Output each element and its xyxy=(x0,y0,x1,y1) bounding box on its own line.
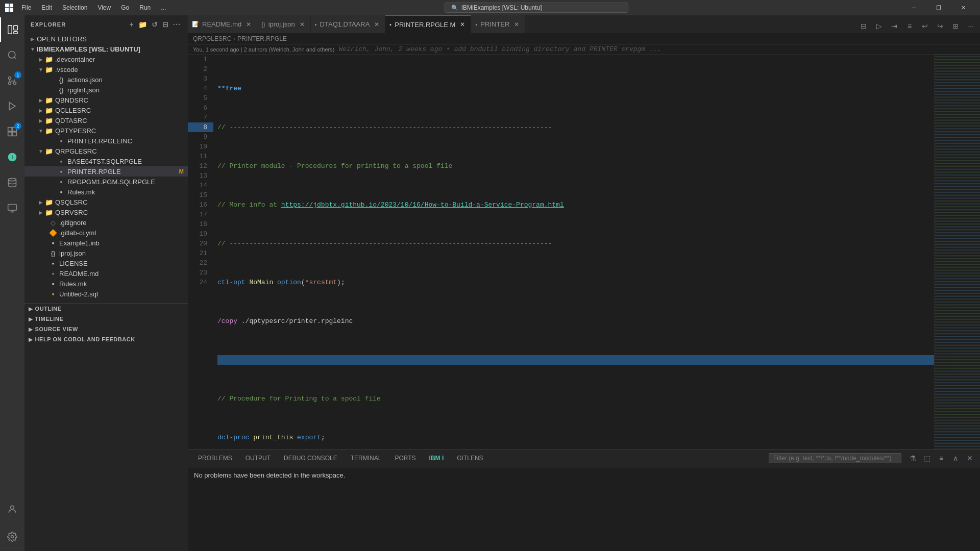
remote-icon[interactable] xyxy=(0,196,24,220)
panel-tabs: PROBLEMS OUTPUT DEBUG CONSOLE TERMINAL P… xyxy=(188,449,980,467)
collapse-all-icon[interactable]: ⊟ xyxy=(161,19,170,30)
code-text-4b[interactable]: https://jdbbtx.github.io/2023/10/16/How-… xyxy=(281,200,564,210)
more-tab-actions-icon[interactable]: ··· xyxy=(964,19,978,33)
panel-tab-output[interactable]: OUTPUT xyxy=(239,453,277,464)
close-button[interactable]: ✕ xyxy=(951,0,975,15)
menu-edit[interactable]: Edit xyxy=(37,3,56,12)
sidebar-item-qcllesrc[interactable]: ▶ 📁 QCLLESRC xyxy=(24,105,188,115)
panel-tab-debug-console[interactable]: DEBUG CONSOLE xyxy=(278,453,344,464)
explorer-icon[interactable] xyxy=(0,17,24,42)
sidebar-item-actions-json[interactable]: {} actions.json xyxy=(24,74,188,85)
menu-go[interactable]: Go xyxy=(117,3,133,12)
sidebar-item-readme[interactable]: ▪ README.md xyxy=(24,268,188,279)
source-control-icon[interactable]: 1 xyxy=(0,68,24,93)
tab-printer2[interactable]: ▪ PRINTER ✕ xyxy=(471,15,525,33)
sidebar-item-printer-rpgle[interactable]: ▪ PRINTER.RPGLE M xyxy=(24,166,188,177)
sidebar-item-vscode[interactable]: ▼ 📁 .vscode xyxy=(24,64,188,74)
sidebar-item-gitlab-ci[interactable]: 🔶 .gitlab-ci.yml xyxy=(24,228,188,238)
panel-tab-ibmi[interactable]: IBM I xyxy=(423,453,450,464)
sidebar-item-qbndsrc[interactable]: ▶ 📁 QBNDSRC xyxy=(24,95,188,105)
sidebar-item-iproj[interactable]: {} iproj.json xyxy=(24,248,188,258)
split-editor-icon[interactable]: ⊟ xyxy=(856,19,871,33)
sidebar-item-rules-mk-qrpglesrc[interactable]: ▪ Rules.mk xyxy=(24,187,188,197)
tab-iproj[interactable]: {} iproj.json ✕ xyxy=(257,15,310,33)
sidebar-item-timeline[interactable]: ▶ TIMELINE xyxy=(24,314,188,324)
settings-icon[interactable] xyxy=(0,524,24,549)
sidebar-item-printer-rpgleinc[interactable]: ▪ PRINTER.RPGLEINC xyxy=(24,136,188,146)
tab-dtaq1[interactable]: ▪ DTAQ1.DTAARA ✕ xyxy=(311,15,386,33)
debug-run-icon[interactable]: ⇥ xyxy=(887,19,901,33)
maximize-button[interactable]: ❐ xyxy=(927,0,950,15)
panel-tab-terminal[interactable]: TERMINAL xyxy=(345,453,388,464)
account-icon[interactable] xyxy=(0,497,24,521)
sidebar-item-open-editors[interactable]: ▶ OPEN EDITORS xyxy=(24,34,188,44)
sidebar-item-rules-mk[interactable]: ▪ Rules.mk xyxy=(24,279,188,289)
more-actions-icon[interactable]: ··· xyxy=(172,19,182,30)
code-content[interactable]: **free // ------------------------------… xyxy=(213,55,934,449)
code-editor[interactable]: 1 2 3 4 5 6 7 8 9 10 11 12 13 14 15 16 1 xyxy=(188,55,980,449)
play-icon[interactable]: ▷ xyxy=(872,19,886,33)
line-num-4: 4 xyxy=(188,84,213,93)
sidebar-item-devcontainer[interactable]: ▶ 📁 .devcontainer xyxy=(24,54,188,64)
sidebar-item-qdtasrc[interactable]: ▶ 📁 QDTASRC xyxy=(24,115,188,126)
extensions-icon[interactable]: 2 xyxy=(0,119,24,144)
iproj-tab-close[interactable]: ✕ xyxy=(298,20,306,29)
diff-icon[interactable]: ⊞ xyxy=(948,19,963,33)
readme-tab-close[interactable]: ✕ xyxy=(244,20,253,29)
sidebar-item-qsqlsrc[interactable]: ▶ 📁 QSQLSRC xyxy=(24,197,188,207)
tab-readme[interactable]: 📝 README.md ✕ xyxy=(188,15,257,33)
wrap-icon[interactable]: ⬚ xyxy=(921,452,933,464)
menu-view[interactable]: View xyxy=(93,3,115,12)
sidebar-item-untitled-sql[interactable]: ▪ Untitled-2.sql xyxy=(24,289,188,299)
sidebar-item-license[interactable]: ▪ LICENSE xyxy=(24,258,188,268)
sidebar-item-rpglint[interactable]: {} rpglint.json xyxy=(24,85,188,95)
sidebar-item-root[interactable]: ▼ IBMIEXAMPLES [WSL: UBUNTU] xyxy=(24,44,188,54)
sidebar-item-qrpglesrc[interactable]: ▼ 📁 QRPGLESRC xyxy=(24,146,188,156)
menu-selection[interactable]: Selection xyxy=(58,3,91,12)
breadcrumb-printer-rpgle[interactable]: PRINTER.RPGLE xyxy=(237,35,287,42)
sidebar-item-example1[interactable]: ▪ Example1.inb xyxy=(24,238,188,248)
list-icon[interactable]: ≡ xyxy=(935,452,947,464)
title-search-box[interactable]: 🔍 IBMiExamples [WSL: Ubuntu] xyxy=(445,3,628,13)
minimize-button[interactable]: ─ xyxy=(902,0,926,15)
sidebar-content: ▶ OPEN EDITORS ▼ IBMIEXAMPLES [WSL: UBUN… xyxy=(24,34,188,551)
sidebar-item-source-view[interactable]: ▶ SOURCE VIEW xyxy=(24,324,188,334)
new-folder-icon[interactable]: 📁 xyxy=(137,19,149,30)
dtaq1-tab-close[interactable]: ✕ xyxy=(373,20,381,29)
sidebar-item-qptypesrc[interactable]: ▼ 📁 QPTYPESRC xyxy=(24,126,188,136)
collapse-panel-icon[interactable]: ∧ xyxy=(949,452,962,464)
sidebar-item-outline[interactable]: ▶ OUTLINE xyxy=(24,304,188,314)
new-file-icon[interactable]: + xyxy=(128,19,135,30)
redo-icon[interactable]: ↪ xyxy=(933,19,947,33)
printer-tab-close[interactable]: ✕ xyxy=(458,20,467,29)
menu-more[interactable]: ... xyxy=(157,3,170,12)
breadcrumb-qrpglesrc[interactable]: QRPGLESRC xyxy=(193,35,231,42)
title-search-area: 🔍 IBMiExamples [WSL: Ubuntu] xyxy=(174,3,898,13)
ibmi-icon[interactable]: i xyxy=(0,145,24,169)
align-icon[interactable]: ≡ xyxy=(902,19,917,33)
menu-file[interactable]: File xyxy=(17,3,35,12)
panel-tab-ports[interactable]: PORTS xyxy=(388,453,422,464)
close-panel-icon[interactable]: ✕ xyxy=(964,452,976,464)
sidebar-item-help-cobol[interactable]: ▶ HELP ON COBOL AND FEEDBACK xyxy=(24,334,188,344)
printer-tab-icon: ▪ xyxy=(389,21,391,28)
panel-tab-gitlens[interactable]: GITLENS xyxy=(451,453,489,464)
run-debug-icon[interactable] xyxy=(0,94,24,118)
sidebar-item-base64tst[interactable]: ▪ BASE64TST.SQLRPGLE xyxy=(24,156,188,166)
filter-icon[interactable]: ⚗ xyxy=(906,452,919,464)
refresh-icon[interactable]: ↺ xyxy=(151,19,159,30)
example1-arrow xyxy=(41,239,49,247)
code-text-6g: *srcstmt xyxy=(305,278,337,287)
example1-file-icon: ▪ xyxy=(49,239,57,247)
sidebar-item-rpgpgm1[interactable]: ▪ RPGPGM1.PGM.SQLRPGLE xyxy=(24,177,188,187)
sidebar-item-gitignore[interactable]: ◇ .gitignore xyxy=(24,217,188,228)
panel-tab-problems[interactable]: PROBLEMS xyxy=(192,453,238,464)
menu-run[interactable]: Run xyxy=(135,3,155,12)
tab-printer-rpgle[interactable]: ▪ PRINTER.RPGLE M ✕ xyxy=(385,15,471,33)
undo-icon[interactable]: ↩ xyxy=(918,19,932,33)
sidebar-item-qsrvsrc[interactable]: ▶ 📁 QSRVSRC xyxy=(24,207,188,217)
database-icon[interactable] xyxy=(0,170,24,195)
panel-filter-input[interactable] xyxy=(769,453,901,463)
printer2-tab-close[interactable]: ✕ xyxy=(512,20,521,29)
search-icon[interactable] xyxy=(0,43,24,67)
